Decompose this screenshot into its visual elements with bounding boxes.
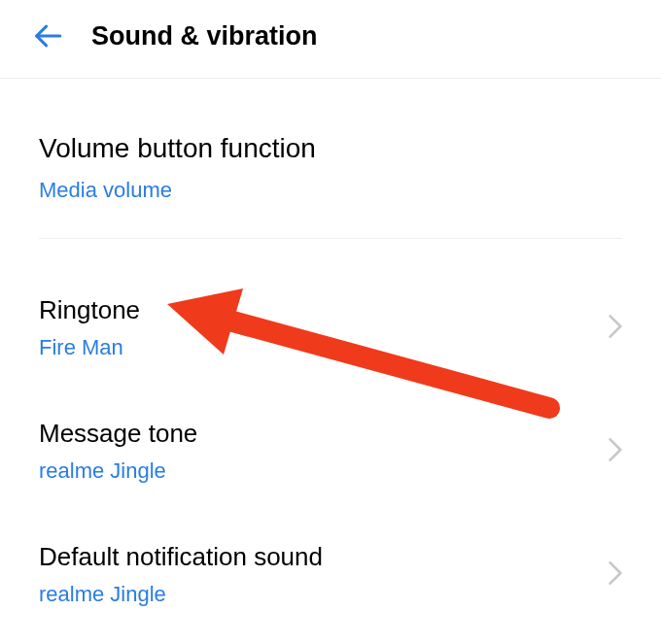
volume-button-item[interactable]: Volume button function Media volume — [39, 79, 622, 239]
chevron-right-icon — [609, 561, 622, 589]
back-button[interactable] — [29, 17, 66, 54]
item-value: realme Jingle — [39, 458, 597, 484]
item-text: Message tone realme Jingle — [39, 419, 597, 484]
item-value: Media volume — [39, 178, 622, 203]
item-label: Ringtone — [39, 295, 597, 325]
message-tone-item[interactable]: Message tone realme Jingle — [39, 390, 622, 513]
content-area: Volume button function Media volume Ring… — [0, 79, 661, 636]
page-title: Sound & vibration — [91, 21, 318, 51]
default-notification-item[interactable]: Default notification sound realme Jingle — [39, 513, 622, 636]
item-text: Volume button function Media volume — [39, 133, 622, 203]
item-label: Default notification sound — [39, 542, 597, 572]
ringtone-item[interactable]: Ringtone Fire Man — [39, 239, 622, 390]
chevron-right-icon — [609, 315, 622, 342]
chevron-right-icon — [609, 438, 622, 465]
header-bar: Sound & vibration — [0, 0, 661, 79]
item-text: Default notification sound realme Jingle — [39, 542, 597, 607]
item-label: Volume button function — [39, 133, 622, 164]
arrow-left-icon — [31, 19, 64, 52]
item-label: Message tone — [39, 419, 597, 449]
item-value: realme Jingle — [39, 582, 597, 607]
item-text: Ringtone Fire Man — [39, 295, 597, 360]
item-value: Fire Man — [39, 335, 597, 360]
